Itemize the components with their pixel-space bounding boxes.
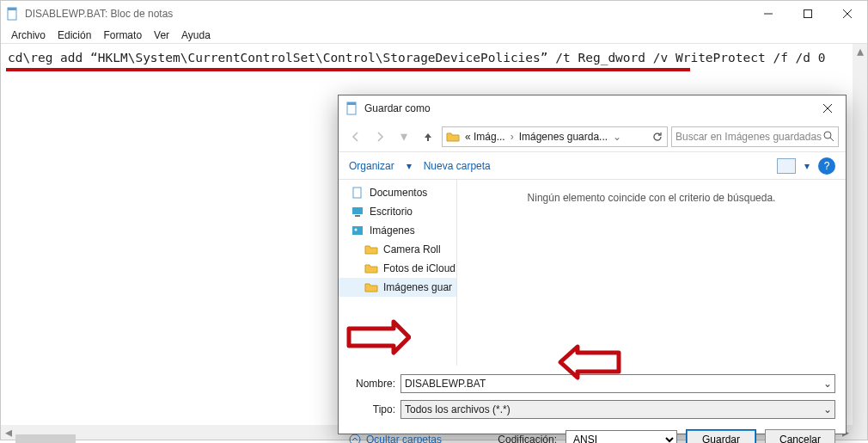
dialog-nav: ▾ « Imág... › Imágenes guarda... ⌄ Busca… — [339, 121, 846, 152]
filetype-select[interactable]: Todos los archivos (*.*) ⌄ — [400, 400, 835, 419]
folder-icon — [364, 261, 378, 275]
organize-dropdown-icon[interactable]: ▾ — [406, 160, 412, 172]
dialog-body: Documentos Escritorio Imágenes Camera Ro… — [339, 180, 846, 366]
annotation-arrow-right — [557, 344, 626, 384]
svg-line-11 — [830, 138, 834, 141]
vertical-scrollbar[interactable]: ▴ — [853, 44, 867, 425]
notepad-text[interactable]: cd\reg add “HKLM\System\CurrentControlSe… — [1, 44, 867, 65]
new-folder-button[interactable]: Nueva carpeta — [424, 160, 491, 172]
notepad-icon — [6, 7, 20, 21]
pictures-icon — [351, 224, 364, 237]
notepad-menubar: Archivo Edición Formato Ver Ayuda — [1, 27, 867, 44]
nav-forward-button[interactable] — [370, 126, 390, 147]
folder-icon — [446, 130, 460, 144]
svg-rect-3 — [804, 10, 812, 18]
tree-documentos[interactable]: Documentos — [339, 183, 456, 202]
menu-formato[interactable]: Formato — [98, 28, 147, 43]
tree-camera-roll[interactable]: Camera Roll — [339, 240, 456, 259]
collapse-icon — [349, 434, 361, 443]
notepad-title: DISABLEWP.BAT: Bloc de notas — [25, 8, 173, 20]
menu-ayuda[interactable]: Ayuda — [176, 28, 216, 43]
svg-rect-15 — [352, 226, 363, 235]
tree-escritorio[interactable]: Escritorio — [339, 202, 456, 221]
dialog-titlebar: Guardar como — [339, 95, 846, 121]
cancel-button[interactable]: Cancelar — [765, 429, 835, 443]
view-options-button[interactable] — [777, 158, 796, 174]
annotation-underline — [6, 68, 690, 71]
file-list[interactable]: Ningún elemento coincide con el criterio… — [457, 180, 846, 366]
folder-icon — [364, 280, 378, 294]
hide-folders-button[interactable]: Ocultar carpetas — [349, 434, 442, 443]
folder-icon — [364, 243, 378, 256]
search-placeholder: Buscar en Imágenes guardadas — [675, 131, 822, 143]
save-label: Guardar — [702, 434, 740, 443]
nav-dropdown-icon[interactable]: ▾ — [394, 126, 414, 147]
tree-label: Documentos — [370, 187, 427, 199]
document-icon — [351, 186, 364, 200]
tree-label: Fotos de iCloud — [383, 262, 455, 274]
address-bar[interactable]: « Imág... › Imágenes guarda... ⌄ — [442, 126, 668, 147]
breadcrumb-part2[interactable]: Imágenes guarda... — [519, 131, 608, 143]
view-dropdown-icon[interactable]: ▾ — [804, 160, 810, 172]
scroll-up-icon[interactable]: ▴ — [853, 44, 867, 58]
save-button[interactable]: Guardar — [686, 429, 756, 443]
dialog-title: Guardar como — [364, 102, 431, 114]
refresh-icon[interactable] — [651, 131, 663, 143]
tree-icloud[interactable]: Fotos de iCloud — [339, 259, 456, 278]
tree-label: Imágenes — [370, 225, 415, 237]
help-icon[interactable]: ? — [818, 157, 835, 175]
tree-imagenes-guardadas[interactable]: Imágenes guar — [339, 278, 456, 297]
dialog-toolbar: Organizar ▾ Nueva carpeta ▾ ? — [339, 152, 846, 180]
chevron-right-icon: › — [510, 131, 514, 143]
minimize-button[interactable] — [749, 1, 788, 27]
filetype-value: Todos los archivos (*.*) — [405, 403, 510, 415]
search-input[interactable]: Buscar en Imágenes guardadas — [671, 126, 839, 147]
menu-archivo[interactable]: Archivo — [6, 28, 51, 43]
maximize-button[interactable] — [788, 1, 828, 27]
scroll-corner — [853, 425, 867, 440]
menu-edicion[interactable]: Edición — [52, 28, 96, 43]
nav-back-button[interactable] — [345, 126, 366, 147]
tree-label: Escritorio — [370, 206, 413, 218]
filename-dropdown-icon[interactable]: ⌄ — [823, 378, 832, 390]
encoding-label: Codificación: — [498, 434, 557, 443]
close-button[interactable] — [828, 1, 867, 27]
scroll-left-icon[interactable]: ◂ — [1, 424, 15, 440]
svg-rect-13 — [352, 207, 363, 214]
svg-point-17 — [350, 434, 360, 443]
svg-rect-7 — [347, 102, 356, 105]
filetype-label: Tipo: — [349, 403, 400, 415]
filename-value: DISABLEWP.BAT — [405, 378, 486, 390]
notepad-titlebar: DISABLEWP.BAT: Bloc de notas — [1, 1, 867, 27]
svg-rect-14 — [355, 215, 360, 217]
filename-label: Nombre: — [349, 378, 400, 390]
desktop-icon — [351, 205, 364, 218]
svg-point-10 — [824, 132, 831, 138]
dialog-close-button[interactable] — [810, 95, 846, 121]
dialog-icon — [345, 102, 359, 115]
tree-label: Imágenes guar — [383, 281, 452, 293]
empty-message: Ningún elemento coincide con el criterio… — [528, 192, 776, 204]
nav-up-button[interactable] — [418, 126, 438, 147]
svg-point-16 — [355, 229, 358, 231]
filetype-dropdown-icon[interactable]: ⌄ — [823, 403, 832, 415]
scroll-thumb[interactable] — [15, 434, 76, 444]
encoding-select[interactable]: ANSI — [565, 430, 677, 443]
cancel-label: Cancelar — [779, 434, 821, 443]
dialog-footer: Ocultar carpetas Codificación: ANSI Guar… — [339, 424, 846, 443]
svg-rect-12 — [353, 188, 361, 198]
search-icon — [823, 131, 834, 142]
tree-imagenes[interactable]: Imágenes — [339, 221, 456, 240]
breadcrumb-part1[interactable]: « Imág... — [465, 131, 505, 143]
chevron-down-icon[interactable]: ⌄ — [613, 131, 621, 143]
organize-button[interactable]: Organizar — [349, 160, 394, 172]
annotation-arrow-left — [342, 318, 411, 361]
hide-folders-label: Ocultar carpetas — [366, 434, 442, 443]
menu-ver[interactable]: Ver — [149, 28, 174, 43]
tree-label: Camera Roll — [383, 243, 441, 255]
svg-rect-1 — [8, 8, 16, 10]
